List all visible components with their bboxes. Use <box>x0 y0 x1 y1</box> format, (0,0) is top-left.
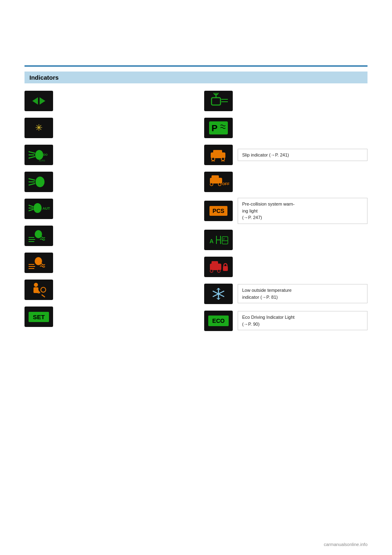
rear-fog-svg <box>28 255 50 270</box>
front-fog-svg <box>28 228 50 243</box>
svg-point-27 <box>41 287 46 292</box>
parking-icon: P <box>204 118 233 138</box>
snowflake-icon <box>204 284 233 304</box>
svg-line-7 <box>29 179 35 180</box>
svg-point-45 <box>218 183 221 186</box>
svg-line-9 <box>29 184 35 185</box>
seat-belt-svg <box>28 282 50 298</box>
svg-rect-43 <box>212 175 219 179</box>
indicator-pcs: PCS Pre-collision system warn-ing light(… <box>204 198 368 224</box>
arrow-right-icon <box>40 97 45 105</box>
pcs-icon: PCS <box>204 201 233 221</box>
svg-rect-29 <box>212 98 220 105</box>
svg-point-0 <box>35 150 43 160</box>
slip-note: Slip indicator (→P. 241) <box>238 149 368 161</box>
svg-point-23 <box>34 283 38 287</box>
svg-text:AUTO: AUTO <box>42 206 50 210</box>
svg-line-28 <box>42 295 45 297</box>
set-icon: set <box>24 307 53 327</box>
auto-brake-svg: A P <box>207 232 229 248</box>
snowflake-svg <box>207 286 229 302</box>
turn-signal-icon <box>24 91 53 111</box>
slip-icon <box>204 145 233 165</box>
indicator-seat-belt <box>24 279 188 301</box>
sun-icon: ✳ <box>35 123 42 133</box>
seatbelt-lock-svg <box>207 93 229 109</box>
indicator-headlight <box>24 171 188 193</box>
parking-svg: P <box>207 120 229 136</box>
indicator-parking: P <box>204 117 368 139</box>
section-header: Indicators <box>24 72 368 83</box>
section-header-text: Indicators <box>29 74 59 81</box>
svg-rect-38 <box>213 150 222 154</box>
seat-belt-icon <box>24 280 53 300</box>
pcs-note-text: Pre-collision system warn-ing light(→P. … <box>242 201 294 220</box>
indicator-slip: Slip indicator (→P. 241) <box>204 144 368 166</box>
indicator-headlight-auto: AUTO <box>24 198 188 220</box>
pcs-box: PCS <box>209 206 228 216</box>
pcs-note: Pre-collision system warn-ing light(→P. … <box>238 198 368 224</box>
headlight-auto-svg: AUTO <box>28 201 50 216</box>
svg-text:P: P <box>212 123 218 133</box>
slip-note-text: Slip indicator (→P. 241) <box>242 152 289 157</box>
beam-auto-icon: DO AUTO <box>24 145 53 165</box>
slip-svg <box>207 147 229 163</box>
top-rule <box>24 65 368 67</box>
svg-point-10 <box>33 203 42 213</box>
indicator-auto-brake: A P <box>204 229 368 251</box>
svg-text:A: A <box>209 238 214 244</box>
svg-line-1 <box>29 152 35 153</box>
watermark-text: carmanualsonline.info <box>324 542 368 547</box>
right-column: P <box>196 90 368 332</box>
front-fog-icon <box>24 226 53 246</box>
rear-fog-icon <box>24 253 53 273</box>
indicator-daytime: ✳ <box>24 117 188 139</box>
svg-point-44 <box>210 183 213 186</box>
indicator-beam-auto: DO AUTO <box>24 144 188 166</box>
indicator-turn-signal <box>24 90 188 112</box>
svg-rect-57 <box>212 261 218 265</box>
indicator-eco: ECO Eco Driving Indicator Light(→P. 90) <box>204 310 368 332</box>
auto-brake-icon: A P <box>204 230 233 250</box>
svg-line-3 <box>29 157 35 158</box>
left-column: ✳ DO AUTO <box>24 90 196 332</box>
snowflake-note-text: Low outside temperatureindicator (→P. 81… <box>242 288 292 300</box>
door-lock-svg <box>207 259 229 275</box>
svg-point-58 <box>210 269 213 272</box>
slip-off-svg: OFF <box>207 174 229 190</box>
indicator-front-fog <box>24 225 188 247</box>
daytime-icon: ✳ <box>24 118 53 138</box>
svg-point-39 <box>212 157 215 161</box>
svg-text:OFF: OFF <box>222 182 229 186</box>
indicator-door-lock <box>204 256 368 278</box>
svg-point-40 <box>221 157 225 161</box>
seatbelt-lock-icon <box>204 91 233 111</box>
headlight-icon <box>24 172 53 192</box>
snowflake-note: Low outside temperatureindicator (→P. 81… <box>238 284 368 303</box>
svg-point-59 <box>218 269 220 272</box>
set-box: set <box>29 312 49 322</box>
eco-note-text: Eco Driving Indicator Light(→P. 90) <box>242 315 294 327</box>
indicator-snowflake: Low outside temperatureindicator (→P. 81… <box>204 283 368 305</box>
beam-auto-svg: DO AUTO <box>28 148 50 162</box>
svg-line-11 <box>29 205 33 207</box>
eco-note: Eco Driving Indicator Light(→P. 90) <box>238 311 368 330</box>
eco-box: ECO <box>208 316 229 326</box>
svg-text:DO: DO <box>43 153 48 156</box>
indicator-seatbelt-lock <box>204 90 368 112</box>
svg-line-13 <box>29 209 33 211</box>
page-container: Indicators ✳ <box>0 0 392 555</box>
eco-icon: ECO <box>204 311 233 331</box>
svg-text:P: P <box>223 238 225 241</box>
headlight-auto-icon: AUTO <box>24 199 53 219</box>
watermark: carmanualsonline.info <box>324 542 368 547</box>
arrow-left-icon <box>32 97 38 105</box>
set-label: set <box>33 313 45 320</box>
svg-text:AUTO: AUTO <box>39 159 45 162</box>
indicator-set: set <box>24 306 188 328</box>
svg-rect-60 <box>223 266 228 271</box>
svg-point-6 <box>36 177 45 187</box>
indicators-grid: ✳ DO AUTO <box>24 90 368 332</box>
indicator-rear-fog <box>24 252 188 274</box>
headlight-svg <box>28 175 50 189</box>
